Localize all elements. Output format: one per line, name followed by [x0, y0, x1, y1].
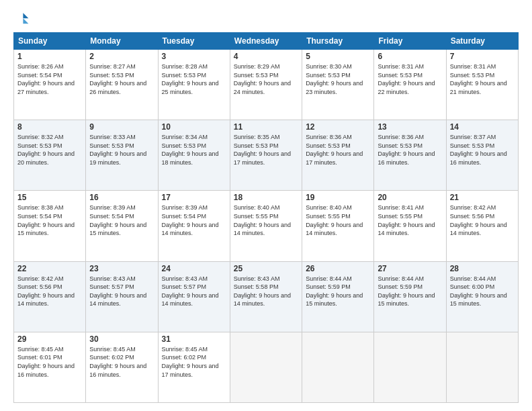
day-info: Sunrise: 8:39 AM Sunset: 5:54 PM Dayligh…: [89, 203, 154, 237]
calendar-cell: 23 Sunrise: 8:43 AM Sunset: 5:57 PM Dayl…: [86, 261, 158, 332]
day-info: Sunrise: 8:42 AM Sunset: 5:56 PM Dayligh…: [450, 203, 515, 237]
day-info: Sunrise: 8:36 AM Sunset: 5:53 PM Dayligh…: [378, 133, 442, 167]
day-number: 31: [162, 334, 226, 344]
logo-icon: [13, 11, 30, 27]
day-info: Sunrise: 8:28 AM Sunset: 5:53 PM Dayligh…: [162, 62, 226, 96]
day-info: Sunrise: 8:40 AM Sunset: 5:55 PM Dayligh…: [234, 203, 298, 237]
calendar-cell: 1 Sunrise: 8:26 AM Sunset: 5:54 PM Dayli…: [14, 50, 86, 120]
calendar-cell: 29 Sunrise: 8:45 AM Sunset: 6:01 PM Dayl…: [14, 332, 86, 402]
day-number: 9: [89, 122, 154, 132]
day-number: 19: [306, 193, 370, 202]
calendar-cell: 3 Sunrise: 8:28 AM Sunset: 5:53 PM Dayli…: [158, 50, 230, 120]
calendar-cell: 9 Sunrise: 8:33 AM Sunset: 5:53 PM Dayli…: [86, 120, 158, 191]
day-info: Sunrise: 8:37 AM Sunset: 5:53 PM Dayligh…: [450, 133, 515, 167]
day-number: 22: [17, 264, 82, 273]
day-info: Sunrise: 8:40 AM Sunset: 5:55 PM Dayligh…: [306, 203, 370, 237]
day-info: Sunrise: 8:29 AM Sunset: 5:53 PM Dayligh…: [234, 62, 298, 96]
day-number: 7: [450, 52, 515, 61]
day-number: 29: [17, 334, 82, 344]
day-number: 5: [306, 52, 370, 61]
day-number: 4: [234, 52, 298, 61]
calendar-cell: 28 Sunrise: 8:44 AM Sunset: 6:00 PM Dayl…: [446, 261, 518, 332]
calendar-cell: 24 Sunrise: 8:43 AM Sunset: 5:57 PM Dayl…: [158, 261, 230, 332]
day-number: 23: [89, 264, 154, 273]
day-number: 1: [17, 52, 82, 61]
page: SundayMondayTuesdayWednesdayThursdayFrid…: [0, 0, 532, 411]
day-number: 27: [378, 264, 442, 273]
day-number: 17: [162, 193, 226, 202]
calendar-cell: 31 Sunrise: 8:45 AM Sunset: 6:02 PM Dayl…: [158, 332, 230, 402]
day-info: Sunrise: 8:43 AM Sunset: 5:58 PM Dayligh…: [234, 275, 298, 308]
day-number: 18: [234, 193, 298, 202]
header-cell: Saturday: [446, 33, 518, 50]
calendar-row: 8 Sunrise: 8:32 AM Sunset: 5:53 PM Dayli…: [14, 120, 519, 191]
header-cell: Tuesday: [158, 33, 230, 50]
day-number: 21: [450, 193, 515, 202]
day-info: Sunrise: 8:36 AM Sunset: 5:53 PM Dayligh…: [306, 133, 370, 167]
calendar-table: SundayMondayTuesdayWednesdayThursdayFrid…: [13, 32, 519, 403]
calendar-cell: 8 Sunrise: 8:32 AM Sunset: 5:53 PM Dayli…: [14, 120, 86, 191]
day-number: 26: [306, 264, 370, 273]
calendar-cell: 18 Sunrise: 8:40 AM Sunset: 5:55 PM Dayl…: [230, 191, 302, 261]
calendar-row: 22 Sunrise: 8:42 AM Sunset: 5:56 PM Dayl…: [14, 261, 519, 332]
calendar-cell: 14 Sunrise: 8:37 AM Sunset: 5:53 PM Dayl…: [446, 120, 518, 191]
day-info: Sunrise: 8:43 AM Sunset: 5:57 PM Dayligh…: [89, 275, 154, 308]
calendar-cell: 19 Sunrise: 8:40 AM Sunset: 5:55 PM Dayl…: [302, 191, 374, 261]
calendar-cell: 6 Sunrise: 8:31 AM Sunset: 5:53 PM Dayli…: [374, 50, 446, 120]
day-info: Sunrise: 8:45 AM Sunset: 6:01 PM Dayligh…: [17, 345, 82, 379]
day-number: 10: [162, 122, 226, 132]
svg-marker-1: [23, 18, 28, 24]
calendar-header: SundayMondayTuesdayWednesdayThursdayFrid…: [14, 33, 519, 50]
day-info: Sunrise: 8:38 AM Sunset: 5:54 PM Dayligh…: [17, 203, 82, 237]
calendar-cell: 12 Sunrise: 8:36 AM Sunset: 5:53 PM Dayl…: [302, 120, 374, 191]
day-number: 14: [450, 122, 515, 132]
day-number: 20: [378, 193, 442, 202]
header-cell: Thursday: [302, 33, 374, 50]
header-cell: Friday: [374, 33, 446, 50]
day-info: Sunrise: 8:42 AM Sunset: 5:56 PM Dayligh…: [17, 275, 82, 308]
day-info: Sunrise: 8:43 AM Sunset: 5:57 PM Dayligh…: [162, 275, 226, 308]
header-row: SundayMondayTuesdayWednesdayThursdayFrid…: [14, 33, 519, 50]
day-number: 16: [89, 193, 154, 202]
day-number: 24: [162, 264, 226, 273]
day-number: 12: [306, 122, 370, 132]
day-number: 8: [17, 122, 82, 132]
day-number: 2: [89, 52, 154, 61]
calendar-cell: [230, 332, 302, 402]
calendar-cell: [302, 332, 374, 402]
day-info: Sunrise: 8:26 AM Sunset: 5:54 PM Dayligh…: [17, 62, 82, 96]
calendar-cell: [446, 332, 518, 402]
calendar-row: 1 Sunrise: 8:26 AM Sunset: 5:54 PM Dayli…: [14, 50, 519, 120]
day-info: Sunrise: 8:45 AM Sunset: 6:02 PM Dayligh…: [162, 345, 226, 379]
day-number: 15: [17, 193, 82, 202]
svg-marker-0: [23, 13, 28, 18]
day-info: Sunrise: 8:44 AM Sunset: 5:59 PM Dayligh…: [378, 275, 442, 308]
day-info: Sunrise: 8:44 AM Sunset: 6:00 PM Dayligh…: [450, 275, 515, 308]
calendar-row: 15 Sunrise: 8:38 AM Sunset: 5:54 PM Dayl…: [14, 191, 519, 261]
calendar-cell: 25 Sunrise: 8:43 AM Sunset: 5:58 PM Dayl…: [230, 261, 302, 332]
calendar-cell: 15 Sunrise: 8:38 AM Sunset: 5:54 PM Dayl…: [14, 191, 86, 261]
calendar-cell: 2 Sunrise: 8:27 AM Sunset: 5:53 PM Dayli…: [86, 50, 158, 120]
day-info: Sunrise: 8:35 AM Sunset: 5:53 PM Dayligh…: [234, 133, 298, 167]
day-number: 13: [378, 122, 442, 132]
calendar-cell: 20 Sunrise: 8:41 AM Sunset: 5:55 PM Dayl…: [374, 191, 446, 261]
day-info: Sunrise: 8:30 AM Sunset: 5:53 PM Dayligh…: [306, 62, 370, 96]
calendar-cell: 7 Sunrise: 8:31 AM Sunset: 5:53 PM Dayli…: [446, 50, 518, 120]
calendar-cell: 21 Sunrise: 8:42 AM Sunset: 5:56 PM Dayl…: [446, 191, 518, 261]
header: [13, 11, 519, 27]
day-number: 3: [162, 52, 226, 61]
logo: [13, 11, 31, 27]
calendar-cell: 16 Sunrise: 8:39 AM Sunset: 5:54 PM Dayl…: [86, 191, 158, 261]
calendar-cell: 30 Sunrise: 8:45 AM Sunset: 6:02 PM Dayl…: [86, 332, 158, 402]
day-info: Sunrise: 8:32 AM Sunset: 5:53 PM Dayligh…: [17, 133, 82, 167]
day-number: 25: [234, 264, 298, 273]
calendar-row: 29 Sunrise: 8:45 AM Sunset: 6:01 PM Dayl…: [14, 332, 519, 402]
day-info: Sunrise: 8:31 AM Sunset: 5:53 PM Dayligh…: [378, 62, 442, 96]
day-number: 30: [89, 334, 154, 344]
header-cell: Sunday: [14, 33, 86, 50]
calendar-body: 1 Sunrise: 8:26 AM Sunset: 5:54 PM Dayli…: [14, 50, 519, 403]
header-cell: Wednesday: [230, 33, 302, 50]
calendar-cell: 10 Sunrise: 8:34 AM Sunset: 5:53 PM Dayl…: [158, 120, 230, 191]
calendar-cell: 22 Sunrise: 8:42 AM Sunset: 5:56 PM Dayl…: [14, 261, 86, 332]
day-info: Sunrise: 8:31 AM Sunset: 5:53 PM Dayligh…: [450, 62, 515, 96]
